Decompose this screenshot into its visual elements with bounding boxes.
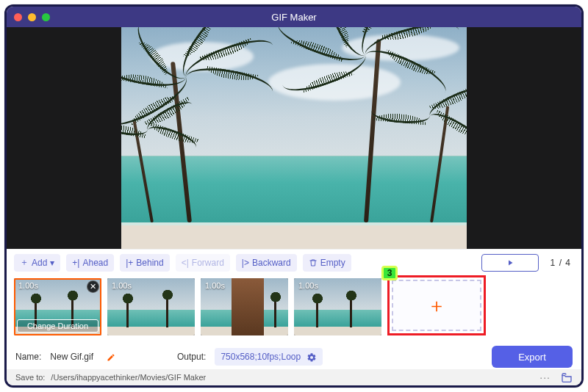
- ellipsis-icon: ···: [539, 371, 551, 383]
- add-button[interactable]: ＋ Add ▾: [14, 254, 60, 272]
- frame-counter: 1 / 4: [551, 258, 571, 268]
- backward-button[interactable]: |> Backward: [236, 254, 297, 272]
- save-label: Save to:: [15, 373, 45, 382]
- name-label: Name:: [15, 352, 41, 362]
- add-frame-slot[interactable]: 3 ＋: [387, 275, 486, 335]
- edit-name-button[interactable]: [107, 352, 115, 362]
- empty-button[interactable]: Empty: [303, 254, 351, 272]
- arrow-right-bar-icon: |>: [242, 258, 249, 268]
- toolbar: ＋ Add ▾ +| Ahead |+ Behind <| Forward |>…: [7, 249, 581, 275]
- preview-image: [121, 27, 467, 249]
- output-value: 750x568;10fps;Loop: [220, 352, 301, 362]
- remove-frame-button[interactable]: ✕: [87, 280, 99, 293]
- thumb-duration: 1.00s: [18, 281, 38, 290]
- insert-ahead-icon: +|: [72, 258, 79, 268]
- output-row: Name: New Gif.gif Output: 750x568;10fps;…: [7, 344, 581, 369]
- export-label: Export: [518, 352, 546, 363]
- callout-badge: 3: [381, 266, 398, 280]
- thumb-duration: 1.00s: [112, 281, 132, 290]
- change-duration-label: Change Duration: [27, 322, 88, 330]
- ahead-button[interactable]: +| Ahead: [66, 254, 114, 272]
- gear-icon: [306, 351, 317, 363]
- browse-path-button[interactable]: ···: [539, 371, 551, 383]
- frame-thumb-3[interactable]: 1.00s: [201, 278, 288, 335]
- backward-label: Backward: [252, 258, 291, 268]
- preview-area: [7, 27, 581, 249]
- open-folder-button[interactable]: [561, 371, 573, 383]
- total-frames: 4: [565, 258, 571, 268]
- change-duration-button[interactable]: Change Duration: [17, 319, 98, 333]
- arrow-left-bar-icon: <|: [182, 258, 189, 268]
- export-button[interactable]: Export: [492, 346, 573, 368]
- save-path: /Users/ihappyacethinker/Movies/GIF Maker: [51, 373, 206, 382]
- add-label: Add: [32, 258, 47, 268]
- titlebar: GIF Maker: [7, 7, 581, 27]
- window-title: GIF Maker: [7, 12, 581, 23]
- behind-button[interactable]: |+ Behind: [120, 254, 170, 272]
- name-value: New Gif.gif: [50, 352, 93, 362]
- plus-icon: ＋: [20, 256, 29, 269]
- play-icon: [506, 256, 514, 269]
- frame-thumb-4[interactable]: 1.00s: [294, 278, 381, 335]
- pencil-icon: [107, 352, 115, 362]
- frame-thumb-2[interactable]: 1.00s: [107, 278, 195, 335]
- frame-thumb-1[interactable]: 1.00s ✕ Change Duration: [14, 278, 101, 335]
- folder-open-icon: [561, 371, 573, 382]
- output-settings-button[interactable]: 750x568;10fps;Loop: [215, 348, 323, 366]
- forward-button[interactable]: <| Forward: [176, 254, 230, 272]
- app-window: GIF Maker: [4, 4, 584, 388]
- play-button[interactable]: [481, 254, 539, 272]
- plus-icon: ＋: [427, 293, 446, 319]
- trash-icon: [309, 258, 318, 268]
- output-label: Output:: [177, 352, 206, 362]
- ahead-label: Ahead: [82, 258, 108, 268]
- thumb-duration: 1.00s: [205, 281, 225, 290]
- forward-label: Forward: [192, 258, 224, 268]
- behind-label: Behind: [136, 258, 163, 268]
- save-row: Save to: /Users/ihappyacethinker/Movies/…: [7, 369, 581, 385]
- empty-label: Empty: [320, 258, 345, 268]
- filmstrip: 1.00s ✕ Change Duration 1.00s 1.00s 1.00…: [7, 275, 581, 344]
- close-icon: ✕: [90, 282, 96, 291]
- insert-behind-icon: |+: [126, 258, 133, 268]
- thumb-duration: 1.00s: [298, 281, 318, 290]
- chevron-down-icon: ▾: [50, 258, 54, 268]
